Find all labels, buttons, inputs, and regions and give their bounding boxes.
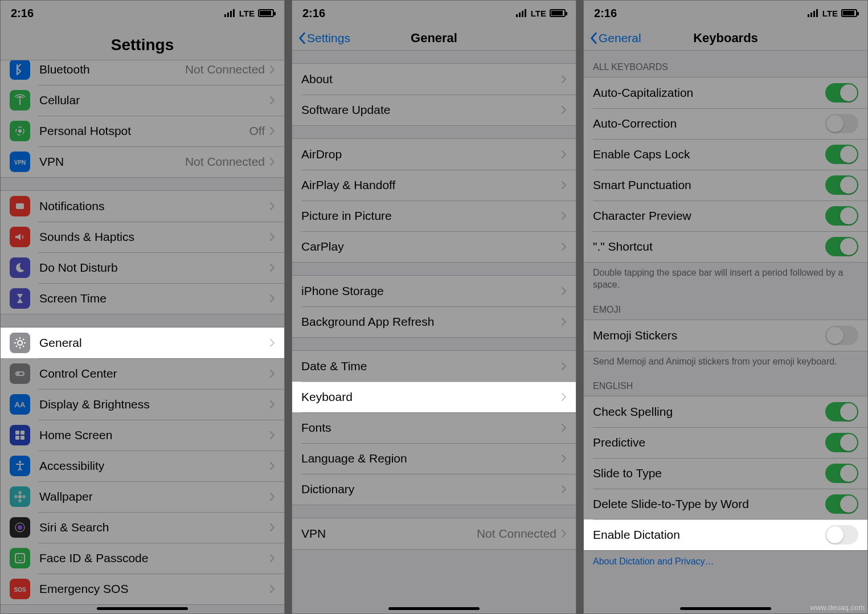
toggle-switch[interactable] (825, 326, 858, 345)
settings-row-general[interactable]: General (1, 328, 284, 358)
toggle-switch[interactable] (825, 433, 858, 452)
settings-scroll[interactable]: BluetoothNot ConnectedCellularPersonal H… (1, 60, 284, 614)
grid-icon (10, 425, 30, 445)
keyboard-row-smart-punctuation[interactable]: Smart Punctuation (584, 170, 867, 200)
row-label: Control Center (39, 367, 269, 380)
chevron-right-icon (269, 431, 275, 440)
svg-rect-4 (16, 203, 24, 209)
keyboard-row-check-spelling[interactable]: Check Spelling (584, 396, 867, 427)
settings-row-accessibility[interactable]: Accessibility (1, 451, 284, 481)
settings-row-display-brightness[interactable]: AADisplay & Brightness (1, 389, 284, 420)
settings-row-face-id-passcode[interactable]: Face ID & Passcode (1, 543, 284, 574)
chevron-right-icon (269, 461, 275, 470)
vpn-icon: VPN (10, 152, 30, 172)
general-row-airdrop[interactable]: AirDrop (292, 139, 576, 170)
chevron-right-icon (269, 232, 275, 241)
section-footer: Double tapping the space bar will insert… (584, 263, 867, 293)
settings-row-vpn[interactable]: VPNVPNNot Connected (1, 146, 284, 177)
settings-row-control-center[interactable]: Control Center (1, 358, 284, 389)
home-indicator[interactable] (97, 607, 188, 610)
chevron-right-icon (561, 105, 567, 114)
chevron-right-icon (269, 492, 275, 501)
settings-row-personal-hotspot[interactable]: Personal HotspotOff (1, 116, 284, 146)
keyboards-scroll[interactable]: ALL KEYBOARDSAuto-CapitalizationAuto-Cor… (584, 51, 867, 613)
row-label: Slide to Type (593, 466, 825, 480)
svg-point-23 (21, 556, 22, 558)
toggle-switch[interactable] (825, 494, 858, 514)
row-label: Keyboard (301, 390, 561, 404)
row-label: Enable Caps Lock (593, 148, 825, 161)
settings-row-notifications[interactable]: Notifications (1, 191, 284, 222)
toggle-switch[interactable] (825, 206, 858, 226)
settings-row-emergency-sos[interactable]: SOSEmergency SOS (1, 574, 284, 604)
back-label: Settings (307, 31, 350, 45)
settings-row-screen-time[interactable]: Screen Time (1, 283, 284, 314)
svg-point-17 (14, 495, 18, 498)
general-row-iphone-storage[interactable]: iPhone Storage (292, 276, 576, 306)
status-time: 2:16 (302, 7, 325, 20)
toggle-switch[interactable] (825, 402, 858, 421)
svg-point-16 (18, 499, 22, 502)
toggle-switch[interactable] (825, 145, 858, 164)
chevron-right-icon (269, 65, 275, 74)
settings-row-sounds-haptics[interactable]: Sounds & Haptics (1, 222, 284, 252)
svg-rect-10 (21, 431, 24, 435)
back-button[interactable]: Settings (292, 31, 350, 45)
keyboard-row-slide-to-type[interactable]: Slide to Type (584, 458, 867, 489)
general-row-picture-in-picture[interactable]: Picture in Picture (292, 200, 576, 231)
settings-row-home-screen[interactable]: Home Screen (1, 420, 284, 451)
dictation-privacy-link[interactable]: About Dictation and Privacy… (584, 551, 867, 569)
flower-icon (10, 486, 30, 507)
toggle-switch[interactable] (825, 525, 858, 545)
row-detail: Off (249, 124, 265, 138)
keyboard-row-enable-dictation[interactable]: Enable Dictation (584, 519, 867, 550)
back-button[interactable]: General (584, 31, 641, 45)
row-label: Siri & Search (39, 521, 269, 534)
general-row-fonts[interactable]: Fonts (292, 412, 576, 443)
toggle-switch[interactable] (825, 114, 858, 133)
row-detail: Not Connected (477, 527, 556, 541)
settings-row-wallpaper[interactable]: Wallpaper (1, 481, 284, 512)
row-label: VPN (39, 155, 185, 169)
keyboard-row-character-preview[interactable]: Character Preview (584, 200, 867, 231)
row-label: General (39, 336, 269, 350)
general-row-airplay-handoff[interactable]: AirPlay & Handoff (292, 170, 576, 200)
faceid-icon (10, 548, 30, 568)
keyboard-row-predictive[interactable]: Predictive (584, 427, 867, 458)
general-row-vpn[interactable]: VPNNot Connected (292, 518, 576, 549)
general-row-dictionary[interactable]: Dictionary (292, 474, 576, 505)
toggle-switch[interactable] (825, 464, 858, 483)
home-indicator[interactable] (680, 607, 771, 610)
keyboard-row--shortcut[interactable]: "." Shortcut (584, 231, 867, 262)
toggle-switch[interactable] (825, 175, 858, 195)
general-scroll[interactable]: AboutSoftware UpdateAirDropAirPlay & Han… (292, 51, 576, 613)
keyboard-row-auto-correction[interactable]: Auto-Correction (584, 108, 867, 139)
access-icon (10, 456, 30, 476)
general-row-about[interactable]: About (292, 64, 576, 95)
keyboard-row-memoji-stickers[interactable]: Memoji Stickers (584, 320, 867, 351)
general-row-software-update[interactable]: Software Update (292, 95, 576, 125)
settings-row-cellular[interactable]: Cellular (1, 85, 284, 116)
status-bar: 2:16 LTE (584, 1, 867, 26)
general-row-date-time[interactable]: Date & Time (292, 351, 576, 382)
row-label: Fonts (301, 421, 561, 435)
keyboard-row-auto-capitalization[interactable]: Auto-Capitalization (584, 77, 867, 108)
keyboard-row-enable-caps-lock[interactable]: Enable Caps Lock (584, 139, 867, 170)
toggle-switch[interactable] (825, 237, 858, 256)
keyboard-row-delete-slide-to-type-by-word[interactable]: Delete Slide-to-Type by Word (584, 489, 867, 519)
general-row-keyboard[interactable]: Keyboard (292, 382, 576, 412)
toggle-switch[interactable] (825, 83, 858, 103)
settings-row-siri-search[interactable]: Siri & Search (1, 512, 284, 543)
home-indicator[interactable] (388, 607, 480, 610)
settings-row-bluetooth[interactable]: BluetoothNot Connected (1, 60, 284, 85)
chevron-left-icon (298, 32, 306, 44)
general-row-language-region[interactable]: Language & Region (292, 443, 576, 474)
row-label: Date & Time (301, 359, 561, 373)
chevron-right-icon (561, 242, 567, 251)
sos-icon: SOS (10, 579, 30, 599)
chevron-right-icon (269, 202, 275, 211)
general-row-carplay[interactable]: CarPlay (292, 231, 576, 262)
settings-row-do-not-disturb[interactable]: Do Not Disturb (1, 252, 284, 283)
signal-bars-icon (808, 9, 819, 17)
general-row-background-app-refresh[interactable]: Background App Refresh (292, 306, 576, 337)
